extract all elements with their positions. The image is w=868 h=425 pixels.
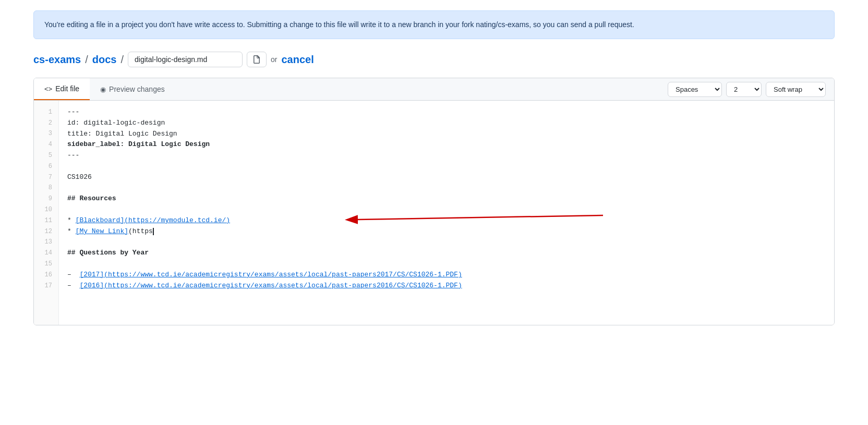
line-num-8: 8	[34, 183, 58, 194]
cancel-link[interactable]: cancel	[281, 54, 314, 66]
soft-wrap-select[interactable]: Soft wrap No wrap	[766, 82, 826, 97]
line-num-11: 11	[34, 215, 58, 226]
code-line-1: ---	[67, 107, 826, 118]
line-num-9: 9	[34, 193, 58, 204]
file-nav: cs-exams / docs / or cancel	[33, 52, 835, 67]
code-line-7: CS1026	[67, 172, 826, 183]
code-line-12: * [My New Link](https	[67, 226, 826, 237]
tab-edit-file[interactable]: <> Edit file	[34, 78, 90, 100]
line-num-13: 13	[34, 237, 58, 248]
code-line-8	[67, 183, 826, 194]
tab-edit-label: Edit file	[55, 84, 79, 93]
code-line-5: ---	[67, 150, 826, 161]
line-num-16: 16	[34, 270, 58, 281]
tab-preview-changes[interactable]: ◉ Preview changes	[90, 79, 175, 100]
breadcrumb-folder[interactable]: docs	[92, 54, 117, 66]
code-line-16: – [2017](https://www.tcd.ie/academicregi…	[67, 270, 826, 281]
code-line-3: title: Digital Logic Design	[67, 129, 826, 140]
code-line-6	[67, 161, 826, 172]
rename-file-button[interactable]	[247, 52, 267, 67]
move-file-icon	[252, 55, 261, 64]
code-line-9: ## Resources	[67, 193, 826, 204]
code-line-2: id: digital-logic-design	[67, 118, 826, 129]
or-text: or	[271, 55, 277, 64]
line-num-4: 4	[34, 139, 58, 150]
indent-size-select[interactable]: 2 4 8	[726, 82, 762, 97]
code-line-11: * [Blackboard](https://mymodule.tcd.ie/)	[67, 215, 826, 226]
preview-icon: ◉	[100, 86, 106, 93]
code-line-17: – [2016](https://www.tcd.ie/academicregi…	[67, 281, 826, 292]
code-line-15	[67, 259, 826, 270]
code-line-4: sidebar_label: Digital Logic Design	[67, 139, 826, 150]
line-num-17: 17	[34, 281, 58, 292]
line-num-10: 10	[34, 204, 58, 215]
line-num-12: 12	[34, 226, 58, 237]
line-num-14: 14	[34, 248, 58, 259]
line-num-1: 1	[34, 107, 58, 118]
line-num-3: 3	[34, 129, 58, 140]
code-line-14: ## Questions by Year	[67, 248, 826, 259]
toolbar-controls: Spaces Tabs 2 4 8 Soft wrap No wrap	[668, 82, 834, 97]
line-num-15: 15	[34, 259, 58, 270]
editor-body[interactable]: 1 2 3 4 5 6 7 8 9 10 11 12 13 14 15 16 1…	[34, 101, 834, 325]
code-editor[interactable]: --- id: digital-logic-design title: Digi…	[59, 101, 834, 325]
line-num-7: 7	[34, 172, 58, 183]
line-num-6: 6	[34, 161, 58, 172]
edit-file-icon: <>	[44, 85, 52, 93]
breadcrumb-separator: /	[85, 54, 88, 66]
line-numbers: 1 2 3 4 5 6 7 8 9 10 11 12 13 14 15 16 1…	[34, 101, 59, 325]
text-cursor	[153, 228, 154, 235]
breadcrumb-separator2: /	[120, 54, 124, 66]
code-line-13	[67, 237, 826, 248]
filename-input[interactable]	[128, 52, 243, 67]
indent-mode-select[interactable]: Spaces Tabs	[668, 82, 722, 97]
code-line-10	[67, 204, 826, 215]
line-num-2: 2	[34, 118, 58, 129]
breadcrumb-repo[interactable]: cs-exams	[33, 54, 81, 66]
editor-container: <> Edit file ◉ Preview changes Spaces Ta…	[33, 78, 835, 325]
info-banner: You're editing a file in a project you d…	[33, 10, 835, 39]
editor-toolbar: <> Edit file ◉ Preview changes Spaces Ta…	[34, 78, 834, 101]
tab-preview-label: Preview changes	[109, 85, 165, 93]
info-banner-text: You're editing a file in a project you d…	[44, 20, 634, 29]
line-num-5: 5	[34, 150, 58, 161]
